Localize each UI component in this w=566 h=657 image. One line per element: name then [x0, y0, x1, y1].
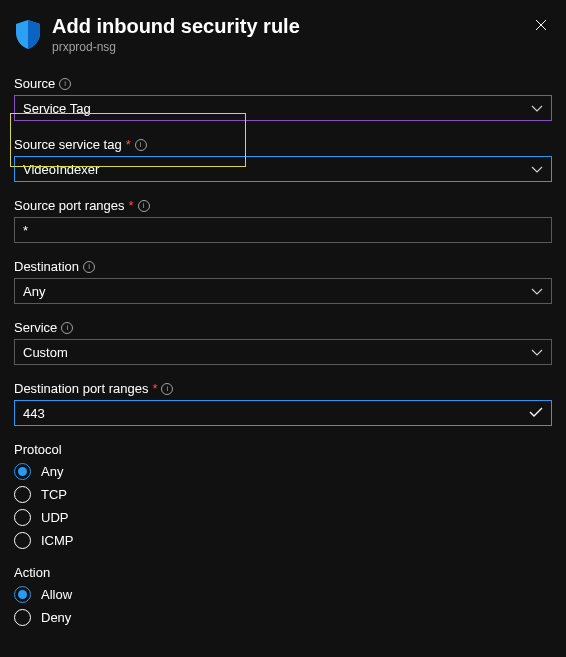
- required-asterisk: *: [129, 198, 134, 213]
- field-action: Action Allow Deny: [14, 565, 552, 626]
- label-destination-port-ranges: Destination port ranges * i: [14, 381, 552, 396]
- panel-header: Add inbound security rule prxprod-nsg: [14, 14, 552, 54]
- label-source-port-ranges-text: Source port ranges: [14, 198, 125, 213]
- destination-port-ranges-input[interactable]: [23, 406, 529, 421]
- protocol-radio-group: Any TCP UDP ICMP: [14, 463, 552, 549]
- destination-select[interactable]: Any: [14, 278, 552, 304]
- action-radio-group: Allow Deny: [14, 586, 552, 626]
- field-destination: Destination i Any: [14, 259, 552, 304]
- protocol-option-any[interactable]: Any: [14, 463, 552, 480]
- label-source-service-tag: Source service tag * i: [14, 137, 552, 152]
- required-asterisk: *: [152, 381, 157, 396]
- info-icon[interactable]: i: [59, 78, 71, 90]
- chevron-down-icon: [531, 344, 543, 360]
- source-select[interactable]: Service Tag: [14, 95, 552, 121]
- close-button[interactable]: [530, 14, 552, 39]
- action-heading: Action: [14, 565, 552, 580]
- label-service-text: Service: [14, 320, 57, 335]
- chevron-down-icon: [531, 161, 543, 177]
- protocol-option-icmp[interactable]: ICMP: [14, 532, 552, 549]
- radio-icon: [14, 586, 31, 603]
- service-select[interactable]: Custom: [14, 339, 552, 365]
- field-destination-port-ranges: Destination port ranges * i: [14, 381, 552, 426]
- info-icon[interactable]: i: [138, 200, 150, 212]
- radio-icon: [14, 509, 31, 526]
- info-icon[interactable]: i: [161, 383, 173, 395]
- label-destination-text: Destination: [14, 259, 79, 274]
- radio-label: TCP: [41, 487, 67, 502]
- label-service: Service i: [14, 320, 552, 335]
- radio-label: ICMP: [41, 533, 74, 548]
- source-select-value: Service Tag: [23, 101, 91, 116]
- label-destination-port-ranges-text: Destination port ranges: [14, 381, 148, 396]
- field-source-port-ranges: Source port ranges * i: [14, 198, 552, 243]
- shield-icon: [14, 18, 42, 54]
- action-option-allow[interactable]: Allow: [14, 586, 552, 603]
- radio-label: UDP: [41, 510, 68, 525]
- label-source-text: Source: [14, 76, 55, 91]
- source-service-tag-value: VideoIndexer: [23, 162, 99, 177]
- destination-select-value: Any: [23, 284, 45, 299]
- source-service-tag-select[interactable]: VideoIndexer: [14, 156, 552, 182]
- info-icon[interactable]: i: [61, 322, 73, 334]
- field-source: Source i Service Tag: [14, 76, 552, 121]
- chevron-down-icon: [531, 100, 543, 116]
- close-icon: [534, 18, 548, 35]
- label-source-service-tag-text: Source service tag: [14, 137, 122, 152]
- field-protocol: Protocol Any TCP UDP ICMP: [14, 442, 552, 549]
- label-destination: Destination i: [14, 259, 552, 274]
- panel-title: Add inbound security rule: [52, 14, 520, 38]
- protocol-option-tcp[interactable]: TCP: [14, 486, 552, 503]
- field-source-service-tag: Source service tag * i VideoIndexer: [14, 137, 552, 182]
- radio-icon: [14, 532, 31, 549]
- checkmark-icon: [529, 404, 543, 422]
- label-source-port-ranges: Source port ranges * i: [14, 198, 552, 213]
- label-source: Source i: [14, 76, 552, 91]
- radio-label: Any: [41, 464, 63, 479]
- radio-icon: [14, 609, 31, 626]
- chevron-down-icon: [531, 283, 543, 299]
- radio-icon: [14, 463, 31, 480]
- info-icon[interactable]: i: [135, 139, 147, 151]
- radio-icon: [14, 486, 31, 503]
- panel-subtitle: prxprod-nsg: [52, 40, 520, 54]
- action-option-deny[interactable]: Deny: [14, 609, 552, 626]
- required-asterisk: *: [126, 137, 131, 152]
- protocol-heading: Protocol: [14, 442, 552, 457]
- info-icon[interactable]: i: [83, 261, 95, 273]
- radio-label: Allow: [41, 587, 72, 602]
- field-service: Service i Custom: [14, 320, 552, 365]
- source-port-ranges-input[interactable]: [14, 217, 552, 243]
- title-block: Add inbound security rule prxprod-nsg: [52, 14, 520, 54]
- radio-label: Deny: [41, 610, 71, 625]
- destination-port-ranges-input-wrap[interactable]: [14, 400, 552, 426]
- service-select-value: Custom: [23, 345, 68, 360]
- protocol.option-udp[interactable]: UDP: [14, 509, 552, 526]
